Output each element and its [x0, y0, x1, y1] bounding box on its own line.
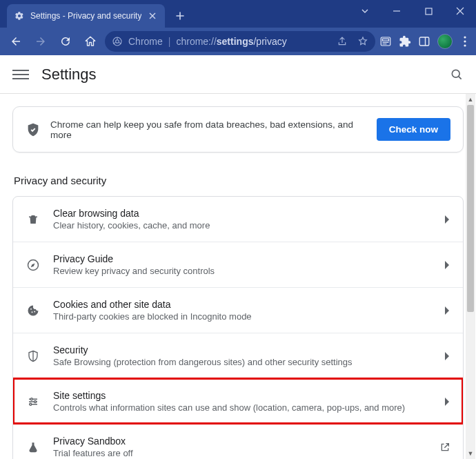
row-title: Security	[53, 344, 433, 355]
row-title: Privacy Sandbox	[53, 436, 427, 447]
shield-icon	[26, 349, 41, 363]
settings-row-site-settings[interactable]: Site settingsControls what information s…	[13, 378, 463, 424]
window-caret-down-icon[interactable]	[349, 0, 381, 22]
svg-point-13	[34, 311, 35, 312]
svg-rect-0	[426, 8, 432, 14]
vertical-scrollbar[interactable]: ▲ ▼	[466, 94, 475, 459]
cookie-icon	[26, 304, 41, 317]
extension-news-icon[interactable]	[379, 35, 392, 48]
share-icon[interactable]	[337, 36, 348, 47]
tab-title: Settings - Privacy and security	[30, 11, 141, 21]
svg-rect-4	[383, 39, 389, 41]
svg-point-14	[30, 398, 32, 400]
svg-rect-5	[419, 37, 429, 46]
row-title: Clear browsing data	[53, 208, 433, 219]
row-title: Cookies and other site data	[53, 299, 433, 310]
omnibox-url: chrome://settings/privacy	[176, 36, 286, 47]
shield-check-icon	[26, 122, 41, 137]
settings-row-privacy-sandbox[interactable]: Privacy SandboxTrial features are off	[13, 424, 463, 459]
row-subtitle: Trial features are off	[53, 448, 427, 458]
row-subtitle: Review key privacy and security controls	[53, 266, 433, 276]
svg-point-11	[30, 308, 32, 309]
row-title: Site settings	[53, 390, 433, 401]
menu-hamburger-icon[interactable]	[12, 70, 29, 79]
flask-icon	[26, 441, 41, 453]
banner-text: Chrome can help keep you safe from data …	[50, 119, 367, 140]
settings-row-privacy-guide[interactable]: Privacy GuideReview key privacy and secu…	[13, 242, 463, 287]
trash-icon	[26, 213, 41, 226]
tab-close-icon[interactable]	[147, 10, 158, 21]
compass-icon	[26, 258, 41, 272]
page-title: Settings	[41, 66, 97, 84]
safety-check-banner: Chrome can help keep you safe from data …	[12, 106, 464, 153]
row-subtitle: Clear history, cookies, cache, and more	[53, 220, 433, 231]
settings-row-clear-browsing-data[interactable]: Clear browsing dataClear history, cookie…	[13, 197, 463, 242]
window-titlebar: Settings - Privacy and security	[0, 0, 476, 28]
profile-avatar[interactable]	[437, 34, 453, 49]
chrome-logo-icon	[112, 36, 123, 47]
address-bar[interactable]: Chrome | chrome://settings/privacy	[105, 31, 375, 52]
chevron-right-icon	[445, 352, 450, 360]
svg-point-12	[32, 311, 33, 313]
settings-search-button[interactable]	[450, 68, 464, 81]
omnibox-scheme: Chrome	[128, 36, 163, 47]
scroll-up-arrow-icon[interactable]: ▲	[466, 94, 475, 105]
extensions-puzzle-icon[interactable]	[399, 35, 411, 48]
row-subtitle: Third-party cookies are blocked in Incog…	[53, 311, 433, 322]
home-button[interactable]	[80, 31, 101, 52]
forward-button[interactable]	[30, 31, 51, 52]
sliders-icon	[26, 395, 41, 408]
svg-point-7	[464, 40, 466, 42]
settings-header: Settings	[0, 55, 476, 94]
settings-row-cookies-and-other-site-data[interactable]: Cookies and other site dataThird-party c…	[13, 287, 463, 333]
window-maximize-button[interactable]	[413, 0, 444, 22]
svg-point-6	[464, 36, 466, 38]
chevron-right-icon	[445, 215, 450, 224]
svg-point-16	[30, 403, 32, 405]
window-close-button[interactable]	[444, 0, 476, 22]
chevron-right-icon	[445, 398, 450, 406]
chevron-right-icon	[445, 261, 450, 269]
reload-button[interactable]	[55, 31, 76, 52]
external-link-icon	[439, 442, 450, 453]
content-area: Chrome can help keep you safe from data …	[0, 94, 476, 459]
svg-point-9	[452, 70, 459, 77]
back-button[interactable]	[6, 31, 26, 52]
scroll-down-arrow-icon[interactable]: ▼	[466, 448, 475, 459]
bookmark-star-icon[interactable]	[357, 36, 368, 47]
browser-tab[interactable]: Settings - Privacy and security	[7, 4, 165, 28]
scrollbar-thumb[interactable]	[467, 105, 474, 312]
side-panel-icon[interactable]	[418, 35, 430, 48]
browser-toolbar: Chrome | chrome://settings/privacy	[0, 28, 476, 55]
svg-point-2	[116, 40, 119, 43]
row-title: Privacy Guide	[53, 253, 433, 264]
check-now-button[interactable]: Check now	[377, 118, 450, 141]
row-subtitle: Controls what information sites can use …	[53, 402, 433, 413]
svg-point-15	[34, 400, 37, 402]
window-minimize-button[interactable]	[381, 0, 413, 22]
gear-icon	[14, 11, 25, 21]
svg-point-8	[464, 44, 466, 46]
new-tab-button[interactable]	[170, 6, 190, 26]
row-subtitle: Safe Browsing (protection from dangerous…	[53, 357, 433, 367]
section-title: Privacy and security	[14, 175, 464, 186]
chevron-right-icon	[445, 306, 450, 315]
privacy-section-card: Clear browsing dataClear history, cookie…	[12, 196, 464, 459]
settings-row-security[interactable]: SecuritySafe Browsing (protection from d…	[13, 333, 463, 378]
menu-dots-icon[interactable]	[459, 35, 470, 48]
